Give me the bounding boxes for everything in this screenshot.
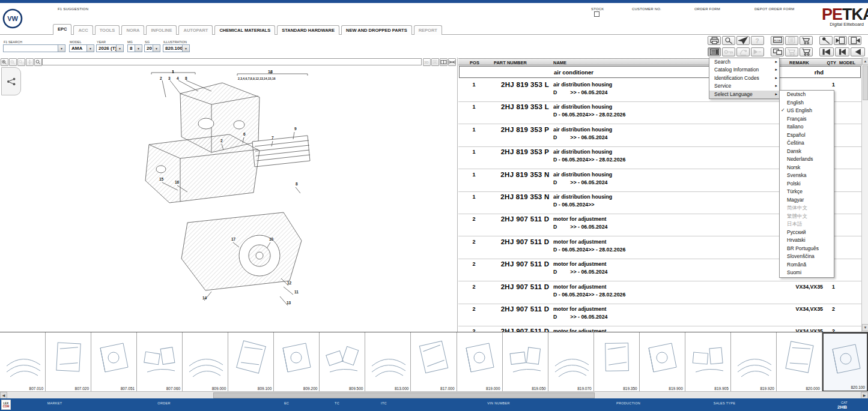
panes-button[interactable] [440, 58, 448, 66]
language-item-norsk[interactable]: Norsk [780, 164, 834, 172]
nav-first-button[interactable] [819, 47, 834, 56]
language-item-svenska[interactable]: Svenska [780, 172, 834, 180]
filmstrip-thumb-807.020[interactable]: 807.020 [46, 332, 91, 391]
monitors-button[interactable] [771, 47, 784, 56]
language-item-русский[interactable]: Русский [780, 229, 834, 237]
elsa-button[interactable]: ELSA [771, 36, 784, 45]
nav-prev-button[interactable] [835, 47, 849, 56]
fitw-button[interactable] [448, 58, 456, 66]
illustration-combo[interactable]: 820.100 ▼ [163, 44, 190, 52]
print-button[interactable] [708, 36, 721, 45]
tab-autopart[interactable]: AUTOPART [178, 25, 213, 35]
language-item-français[interactable]: Français [780, 115, 834, 124]
chevron-down-icon[interactable]: ▼ [182, 45, 189, 52]
col-pos[interactable]: POS [463, 60, 487, 65]
tab-epc[interactable]: EPC [53, 24, 71, 35]
cart-button[interactable] [800, 47, 813, 56]
table-scrollbar[interactable]: ▲ ▼ [861, 58, 868, 332]
model-value[interactable]: AMA [70, 45, 86, 52]
pin-button[interactable] [819, 36, 833, 45]
row-part-number[interactable]: 2HJ 907 511 D [490, 328, 560, 332]
language-item-polski[interactable]: Polski [780, 180, 834, 188]
row-part-number[interactable]: 2HJ 907 511 D [490, 215, 560, 223]
illustration-search-input[interactable] [42, 58, 422, 65]
scroll-up-icon[interactable]: ▲ [862, 58, 868, 65]
filmstrip-thumb-809.500[interactable]: 809.500 [320, 332, 365, 391]
list-button[interactable] [708, 47, 721, 56]
language-item-br-português[interactable]: BR Português [780, 245, 834, 253]
col-name[interactable]: NAME [553, 60, 566, 65]
filmstrip-thumb-813.000[interactable]: 813.000 [365, 332, 411, 391]
chevron-down-icon[interactable]: ▼ [58, 45, 65, 52]
assembly-group-row[interactable]: air conditioner rhd [459, 66, 861, 78]
row-part-number[interactable]: 2HJ 819 353 P [490, 148, 560, 155]
tab-acc[interactable]: ACC [73, 25, 93, 35]
f1-search-input[interactable] [4, 45, 58, 52]
col-qty[interactable]: QTY [814, 60, 836, 65]
tab-nora[interactable]: NORA [121, 25, 144, 35]
send-button[interactable] [736, 36, 750, 45]
filmstrip-thumb-817.000[interactable]: 817.000 [411, 332, 457, 391]
tab-tools[interactable]: TOOLS [95, 25, 120, 35]
filmstrip-thumb-809.200[interactable]: 809.200 [274, 332, 320, 391]
sg-value[interactable]: 20 [145, 45, 153, 52]
filmstrip-thumb-819.050[interactable]: 819.050 [503, 332, 548, 391]
language-item-suomi[interactable]: Suomi [780, 269, 834, 277]
chevron-down-icon[interactable]: ▼ [86, 45, 94, 52]
filmstrip-thumb-820.000[interactable]: 820.000 [777, 332, 822, 391]
chevron-down-icon[interactable]: ▼ [153, 45, 160, 52]
filmstrip-thumb-809.100[interactable]: 809.100 [228, 332, 274, 391]
filmstrip-thumb-819.920[interactable]: 819.920 [731, 332, 777, 391]
filmstrip-thumb-819.905[interactable]: 819.905 [685, 332, 731, 391]
nav-back-button[interactable] [851, 47, 865, 56]
tab-report[interactable]: REPORT [414, 25, 442, 35]
filmstrip-thumb-809.000[interactable]: 809.000 [183, 332, 228, 391]
model-combo[interactable]: AMA ▼ [69, 44, 94, 52]
language-item-español[interactable]: Español [780, 131, 834, 140]
tab-chemical-materials[interactable]: CHEMICAL MATERIALS [214, 25, 275, 35]
col-model[interactable]: MODEL [839, 60, 855, 65]
mg-value[interactable]: 8 [128, 45, 135, 52]
row-part-number[interactable]: 2HJ 819 353 P [490, 126, 560, 133]
tab-new-and-dropped-parts[interactable]: NEW AND DROPPED PARTS [341, 25, 412, 35]
language-item-türkçe[interactable]: Türkçe [780, 188, 834, 196]
filmstrip-thumb-807.010[interactable]: 807.010 [0, 332, 46, 391]
stock-checkbox[interactable] [594, 11, 599, 17]
row-part-number[interactable]: 2HJ 819 353 L [490, 103, 560, 110]
row-part-number[interactable]: 2HJ 907 511 D [490, 260, 560, 268]
col-part-number[interactable]: PART NUMBER [494, 60, 527, 65]
table-scrollbar-thumb[interactable] [863, 65, 868, 100]
table-row[interactable]: 22HJ 907 511 Dmotor for adjustmentD >> -… [458, 304, 861, 326]
cart-go-button[interactable] [800, 36, 813, 45]
preview-button[interactable] [722, 36, 735, 45]
menu-item-identification-codes[interactable]: Identification Codes▸ [709, 74, 779, 82]
language-item-deutsch[interactable]: Deutsch [780, 91, 834, 99]
filmstrip-thumb-820.100[interactable]: 820.100 [822, 332, 868, 391]
language-item-čeština[interactable]: Čeština [780, 139, 834, 148]
mg-combo[interactable]: 8 ▼ [127, 44, 142, 52]
row-part-number[interactable]: 2HJ 907 511 D [490, 283, 560, 290]
filmstrip-thumb-807.060[interactable]: 807.060 [137, 332, 183, 391]
year-value[interactable]: 2026 (T) [97, 45, 116, 52]
year-combo[interactable]: 2026 (T) ▼ [96, 44, 124, 52]
page-next-button[interactable] [848, 36, 861, 45]
row-part-number[interactable]: 2HJ 819 353 N [490, 171, 560, 178]
scroll-down-icon[interactable]: ▼ [862, 324, 868, 331]
tab-standard-hardware[interactable]: STANDARD HARDWARE [277, 25, 339, 35]
tab-infoline[interactable]: INFOLINE [146, 25, 177, 35]
row-part-number[interactable]: 2HJ 819 353 L [490, 81, 560, 88]
language-item-română[interactable]: Română [780, 261, 834, 269]
language-item-slovenščina[interactable]: Slovenščina [780, 253, 834, 261]
exploded-diagram[interactable]: 12348182,3,4,6,7,8,9,12,13,14,15,1626798… [0, 67, 458, 332]
language-item-magyar[interactable]: Magyar [780, 196, 834, 205]
find-button[interactable] [34, 58, 42, 66]
sg-combo[interactable]: 20 ▼ [144, 44, 160, 52]
language-item-nederlands[interactable]: Nederlands [780, 155, 834, 164]
page-prev-button[interactable] [834, 36, 847, 45]
filmstrip-thumb-819.000[interactable]: 819.000 [457, 332, 503, 391]
menu-item-select-language[interactable]: Select Language▸ [709, 91, 779, 98]
table-row[interactable]: 22HJ 907 511 Dmotor for adjustmentVX34,V… [458, 326, 861, 332]
filmstrip-thumb-819.900[interactable]: 819.900 [640, 332, 685, 391]
row-part-number[interactable]: 2HJ 907 511 D [490, 305, 560, 313]
filmstrip-thumb-819.350[interactable]: 819.350 [594, 332, 640, 391]
